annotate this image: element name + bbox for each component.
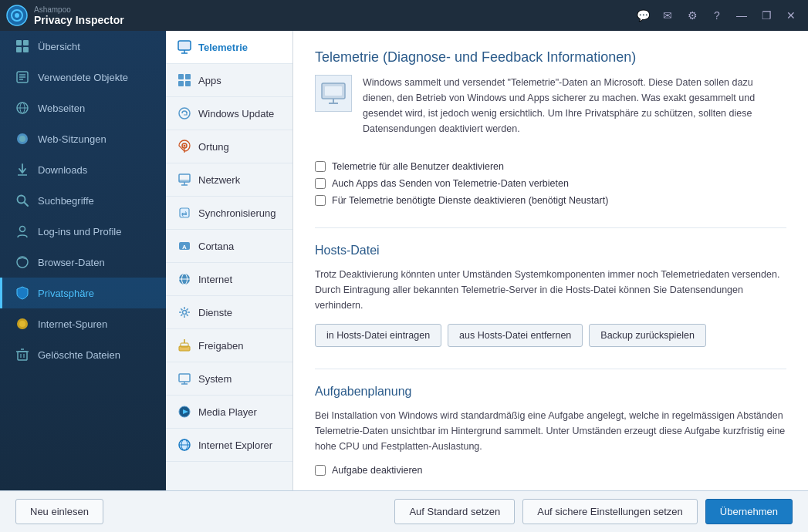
telemetrie-section: Telemetrie (Diagnose- und Feedback Infor… (315, 49, 786, 206)
nav-label-media-player: Media Player (198, 406, 257, 418)
btn-sichere-einstellungen[interactable]: Auf sichere Einstellungen setzen (522, 499, 698, 524)
svg-rect-33 (178, 81, 184, 86)
btn-backup[interactable]: Backup zurückspielen (589, 324, 706, 347)
svg-rect-4 (23, 40, 29, 45)
svg-rect-23 (18, 352, 27, 360)
apps-nav-icon (177, 72, 192, 88)
maximize-btn[interactable]: ❐ (756, 5, 777, 26)
sidebar-item-suchbegriffe[interactable]: Suchbegriffe (0, 185, 166, 216)
settings-icon-btn[interactable]: ⚙ (681, 5, 703, 26)
svg-rect-34 (185, 81, 191, 86)
sidebar-item-browser-daten[interactable]: Browser-Daten (0, 247, 166, 278)
bottom-bar: Neu einlesen Auf Standard setzen Auf sic… (0, 490, 808, 532)
intro-text: Windows sammelt und versendet "Telemetri… (363, 75, 786, 136)
btn-neu-einlesen[interactable]: Neu einlesen (15, 499, 103, 524)
nav-label-internet-explorer: Internet Explorer (198, 439, 272, 451)
nav-item-windows-update[interactable]: Windows Update (166, 97, 292, 130)
svg-rect-3 (16, 40, 22, 45)
btn-ubernehmen[interactable]: Übernehmen (705, 499, 793, 524)
aufgaben-desc: Bei Installation von Windows wird standa… (315, 408, 786, 454)
svg-point-35 (179, 108, 190, 119)
sidebar-label-log-ins: Log-ins und Profile (38, 226, 121, 237)
geloschte-dateien-icon (15, 347, 30, 362)
btn-auf-standard[interactable]: Auf Standard setzen (394, 499, 515, 524)
sidebar-item-verwendete-objekte[interactable]: Verwendete Objekte (0, 62, 166, 93)
checkbox-label-2: Auch Apps das Senden von Telemetrie-Date… (332, 178, 569, 189)
sidebar-label-verwendete: Verwendete Objekte (38, 72, 128, 83)
nav-item-telemetrie[interactable]: Telemetrie (166, 31, 292, 64)
divider-1 (315, 227, 786, 228)
app-title: Ashampoo Privacy Inspector (34, 4, 632, 26)
checkbox-aufgabe-deaktivieren[interactable] (315, 465, 326, 476)
checkbox-row-2: Auch Apps das Senden von Telemetrie-Date… (315, 178, 786, 189)
sidebar-item-web-sitzungen[interactable]: Web-Sitzungen (0, 123, 166, 154)
nav-label-netzwerk: Netzwerk (198, 174, 240, 186)
sidebar-label-suchbegriffe: Suchbegriffe (38, 195, 94, 207)
privatsphare-icon (15, 285, 30, 301)
sidebar-item-log-ins[interactable]: Log-ins und Profile (0, 216, 166, 247)
svg-rect-63 (325, 86, 342, 96)
checkbox-label-1: Telemetrie für alle Benutzer deaktiviere… (332, 161, 504, 172)
sidebar-item-ubersicht[interactable]: Übersicht (0, 31, 166, 62)
help-icon-btn[interactable]: ? (706, 5, 728, 26)
nav-item-apps[interactable]: Apps (166, 64, 292, 97)
nav-item-internet[interactable]: Internet (166, 263, 292, 296)
svg-rect-5 (16, 47, 22, 52)
sidebar-label-webseiten: Webseiten (38, 103, 85, 114)
content-area: Telemetrie (Diagnose- und Feedback Infor… (293, 31, 808, 490)
checkbox-apps-telemetrie[interactable] (315, 178, 326, 189)
dienste-nav-icon (177, 305, 192, 320)
sidebar-label-privatsphare: Privatsphäre (38, 288, 94, 299)
nav-item-cortana[interactable]: A Cortana (166, 230, 292, 263)
svg-text:A: A (182, 244, 187, 251)
nav-label-apps: Apps (198, 75, 221, 86)
mail-icon-btn[interactable]: ✉ (657, 5, 678, 26)
internet-nav-icon (177, 271, 192, 287)
nav-label-ortung: Ortung (198, 141, 229, 153)
nav-label-freigaben: Freigaben (198, 340, 244, 352)
nav-label-cortana: Cortana (198, 241, 234, 252)
svg-text:⇄: ⇄ (181, 210, 188, 217)
sidebar-item-privatsphare[interactable]: Privatsphäre (0, 278, 166, 308)
nav-label-internet: Internet (198, 274, 232, 285)
nav-item-netzwerk[interactable]: Netzwerk (166, 163, 292, 197)
divider-2 (315, 369, 786, 369)
svg-point-15 (19, 136, 25, 142)
titlebar-controls: 💬 ✉ ⚙ ? — ❐ ✕ (632, 5, 802, 26)
checkbox-label-3: Für Telemetrie benötigte Dienste deaktiv… (332, 195, 608, 206)
nav-item-ortung[interactable]: Ortung (166, 130, 292, 163)
checkbox-telemetrie-benutzer[interactable] (315, 161, 326, 172)
close-btn[interactable]: ✕ (780, 5, 802, 26)
telemetrie-nav-icon (177, 39, 192, 55)
minimize-btn[interactable]: — (731, 5, 752, 26)
sidebar-item-internet-spuren[interactable]: Internet-Spuren (0, 308, 166, 339)
aufgaben-title: Aufgabenplanung (315, 385, 786, 399)
ortung-nav-icon (177, 139, 192, 154)
sidebar-item-downloads[interactable]: Downloads (0, 154, 166, 185)
chat-icon-btn[interactable]: 💬 (632, 5, 654, 26)
nav-item-freigaben[interactable]: Freigaben (166, 329, 292, 362)
nav-item-internet-explorer[interactable]: Internet Explorer (166, 429, 292, 462)
log-ins-icon (15, 224, 30, 239)
hosts-button-row: in Hosts-Datei eintragen aus Hosts-Datei… (315, 324, 786, 347)
hosts-desc: Trotz Deaktivierung könnten unter Umstän… (315, 267, 786, 313)
sidebar-item-webseiten[interactable]: Webseiten (0, 93, 166, 123)
btn-entfernen[interactable]: aus Hosts-Datei entfernen (448, 324, 583, 347)
svg-point-22 (19, 321, 25, 327)
btn-eintragen[interactable]: in Hosts-Datei eintragen (315, 324, 441, 347)
nav-item-system[interactable]: System (166, 362, 292, 396)
internet-spuren-icon (15, 316, 30, 332)
nav-item-dienste[interactable]: Dienste (166, 296, 292, 329)
sidebar-label-geloschte-dateien: Gelöschte Dateien (38, 349, 120, 361)
app-logo (6, 5, 28, 26)
nav-item-synchronisierung[interactable]: ⇄ Synchronisierung (166, 197, 292, 230)
checkbox-row-3: Für Telemetrie benötigte Dienste deaktiv… (315, 195, 786, 206)
checkbox-dienste-deaktivieren[interactable] (315, 195, 326, 206)
checkbox-row-1: Telemetrie für alle Benutzer deaktiviere… (315, 161, 786, 172)
windows-update-nav-icon (177, 106, 192, 121)
sidebar-item-geloschte-dateien[interactable]: Gelöschte Dateien (0, 339, 166, 370)
main-section-title: Telemetrie (Diagnose- und Feedback Infor… (315, 49, 786, 66)
ubersicht-icon (15, 39, 30, 54)
nav-item-media-player[interactable]: Media Player (166, 396, 292, 429)
verwendete-objekte-icon (15, 69, 30, 85)
